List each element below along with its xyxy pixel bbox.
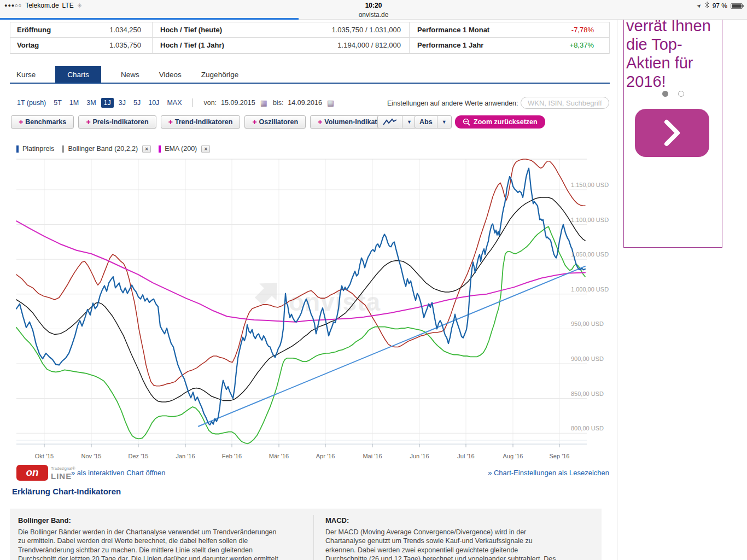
- range-5t[interactable]: 5T: [51, 98, 65, 108]
- row-label: Performance 1 Monat: [417, 22, 489, 38]
- plus-icon: +: [86, 118, 90, 126]
- date-to-value[interactable]: 14.09.2016: [288, 99, 322, 107]
- zoom-out-icon: [463, 118, 470, 126]
- range-10j[interactable]: 10J: [145, 98, 162, 108]
- series-bollinger-upper: [16, 159, 585, 386]
- column-divider: [313, 515, 314, 560]
- benchmarks-button[interactable]: +Benchmarks: [11, 115, 74, 129]
- x-axis-label: Jun '16: [410, 453, 429, 459]
- zoom-reset-button[interactable]: Zoom zurücksetzen: [455, 115, 545, 129]
- row-value: 1.194,000 / 812,000: [246, 38, 401, 53]
- preis-indikatoren-button[interactable]: +Preis-Indikatoren: [78, 115, 156, 129]
- scale-dropdown[interactable]: Abs ▼: [415, 115, 452, 129]
- button-label: Preis-Indikatoren: [92, 118, 148, 126]
- ad-next-button[interactable]: [635, 109, 709, 157]
- date-to-label: bis:: [273, 99, 283, 107]
- x-axis-label: Apr '16: [316, 453, 335, 459]
- watermark-text: onvista: [289, 288, 381, 316]
- range-max[interactable]: MAX: [164, 98, 184, 108]
- page-url: onvista.de: [359, 11, 389, 19]
- plus-icon: +: [168, 118, 173, 126]
- legend-label: Platinpreis: [22, 145, 54, 153]
- legend-swatch: [159, 145, 161, 153]
- calendar-icon[interactable]: ▦: [260, 100, 267, 106]
- explanation-box: Bollinger Band: Die Bollinger Bänder wer…: [10, 509, 602, 560]
- chevron-right-icon: [663, 119, 681, 147]
- onvista-watermark: onvista: [250, 274, 381, 316]
- y-axis-label: 850,00 USD: [571, 390, 604, 397]
- sidebar-ad[interactable]: verrät Ihnen die Top-Aktien für 2016!: [623, 20, 722, 248]
- x-axis-label: Feb '16: [222, 453, 242, 459]
- range-3j[interactable]: 3J: [116, 98, 129, 108]
- price-chart[interactable]: Okt '15Nov '15Dez '15Jan '16Feb '16Mär '…: [0, 158, 617, 462]
- chart-type-dropdown[interactable]: ▼: [377, 115, 417, 129]
- legend-item-bollinger: Bollinger Band (20,2,2) ×: [62, 145, 151, 153]
- range-5j[interactable]: 5J: [131, 98, 143, 108]
- row-label: Performance 1 Jahr: [417, 38, 483, 53]
- x-axis-label: Sep '16: [550, 453, 570, 459]
- tradesignal-logo[interactable]: on Tradesignal® LINE: [16, 465, 71, 481]
- chart-legend: Platinpreis Bollinger Band (20,2,2) × EM…: [16, 144, 210, 154]
- range-1m[interactable]: 1M: [67, 98, 81, 108]
- remove-bollinger-button[interactable]: ×: [142, 145, 151, 153]
- section-tabs: Kurse Charts News Videos Zugehörige: [16, 66, 238, 83]
- tab-charts[interactable]: Charts: [55, 66, 101, 83]
- clock: 10:20: [0, 2, 747, 9]
- legend-item-ema: EMA (200) ×: [159, 145, 210, 153]
- row-label: Hoch / Tief (heute): [160, 22, 222, 38]
- oszillatoren-button[interactable]: +Oszillatoren: [244, 115, 306, 129]
- explanation-title: MACD:: [325, 516, 559, 526]
- search-input[interactable]: [521, 97, 609, 109]
- legend-label: EMA (200): [165, 145, 197, 153]
- carousel-dots: [624, 91, 722, 97]
- line-chart-icon: [378, 116, 402, 128]
- plus-icon: +: [318, 118, 322, 126]
- tabs-underline: [10, 83, 610, 84]
- date-from-value[interactable]: 15.09.2015: [221, 99, 255, 107]
- divider: [192, 98, 192, 107]
- content-sidebar-divider: [617, 20, 617, 560]
- remove-ema-button[interactable]: ×: [201, 145, 210, 153]
- tab-videos[interactable]: Videos: [159, 71, 182, 79]
- row-label: Vortag: [17, 38, 39, 53]
- button-label: Trend-Indikatoren: [175, 118, 233, 126]
- logo-line: LINE: [51, 471, 72, 481]
- bluetooth-icon: [705, 2, 709, 10]
- tab-news[interactable]: News: [121, 71, 139, 79]
- page-load-progress-bar: [0, 18, 299, 20]
- browser-chrome: ●●●○○ Telekom.de LTE ✳ 10:20 ➤ 97 % onvi…: [0, 0, 747, 20]
- carousel-dot-active[interactable]: [662, 91, 668, 97]
- quote-table: Eröffnung 1.034,250 Hoch / Tief (heute) …: [10, 22, 610, 54]
- browser-address-bar[interactable]: onvista.de: [0, 11, 747, 19]
- trend-indikatoren-button[interactable]: +Trend-Indikatoren: [161, 115, 241, 129]
- scale-label: Abs: [415, 116, 437, 128]
- x-axis-label: Okt '15: [35, 453, 54, 459]
- battery-percent: 97 %: [713, 2, 727, 10]
- open-interactive-chart-link[interactable]: » als interaktiven Chart öffnen: [71, 469, 165, 477]
- tab-zugehoerige[interactable]: Zugehörige: [201, 71, 238, 79]
- y-axis-label: 1.150,00 USD: [571, 182, 609, 188]
- macd-explanation: MACD: Der MACD (Moving Average Convergen…: [325, 516, 559, 560]
- x-axis-label: Jul '16: [457, 453, 474, 459]
- carousel-dot[interactable]: [678, 91, 684, 97]
- chart-settings-bookmark-link[interactable]: » Chart-Einstellungen als Lesezeichen: [488, 469, 609, 477]
- table-row: Eröffnung 1.034,250 Hoch / Tief (heute) …: [10, 22, 609, 38]
- series-trendline: [199, 266, 585, 427]
- y-axis-label: 1.000,00 USD: [571, 286, 609, 293]
- row-value: 1.035,750: [76, 38, 141, 53]
- x-axis-label: Jan '16: [176, 453, 195, 459]
- y-axis-label: 900,00 USD: [571, 355, 604, 362]
- range-3m[interactable]: 3M: [84, 98, 98, 108]
- range-1t[interactable]: 1T (push): [14, 98, 49, 108]
- button-label: Benchmarks: [25, 118, 66, 126]
- row-label: Eröffnung: [17, 22, 51, 38]
- apply-settings-label: Einstellungen auf andere Werte anwenden:: [387, 100, 518, 107]
- calendar-icon[interactable]: ▦: [327, 100, 334, 106]
- tab-kurse[interactable]: Kurse: [16, 71, 36, 79]
- x-axis-label: Dez '15: [129, 453, 149, 459]
- legend-swatch: [62, 145, 64, 153]
- bollinger-explanation: Bollinger Band: Die Bollinger Bänder wer…: [18, 516, 283, 560]
- legend-label: Bollinger Band (20,2,2): [68, 145, 138, 153]
- range-1j[interactable]: 1J: [101, 98, 114, 108]
- explanation-text: Der MACD (Moving Average Convergence/Div…: [325, 528, 559, 560]
